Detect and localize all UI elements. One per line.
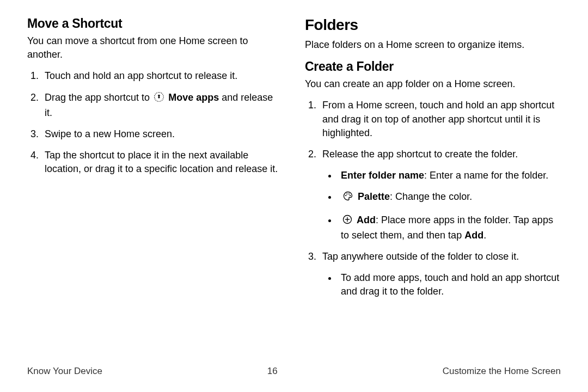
heading-folders: Folders: [305, 16, 561, 34]
create-step-2: Release the app shortcut to create the f…: [319, 148, 561, 242]
footer-right: Customize the Home Screen: [443, 366, 561, 377]
move-shortcut-intro: You can move a shortcut from one Home sc…: [27, 34, 283, 62]
palette-icon: [342, 191, 354, 205]
add-icon: [342, 214, 353, 229]
step-4: Tap the shortcut to place it in the next…: [41, 149, 283, 176]
create-step-3-bullets: To add more apps, touch and hold an app …: [322, 271, 561, 298]
step-2-text-a: Drag the app shortcut to: [45, 92, 152, 103]
left-column: Move a Shortcut You can move a shortcut …: [27, 16, 283, 306]
step-3: Swipe to a new Home screen.: [41, 127, 283, 141]
add-label: Add: [357, 215, 376, 225]
page-content: Move a Shortcut You can move a shortcut …: [0, 0, 588, 339]
footer-page-number: 16: [267, 366, 278, 377]
page-footer: Know Your Device 16 Customize the Home S…: [27, 366, 561, 377]
footer-left: Know Your Device: [27, 366, 102, 377]
heading-move-shortcut: Move a Shortcut: [27, 16, 283, 31]
palette-label: Palette: [358, 191, 390, 202]
svg-point-2: [346, 193, 347, 194]
create-step-2-text: Release the app shortcut to create the f…: [322, 149, 518, 160]
svg-point-1: [345, 195, 346, 196]
folders-intro: Place folders on a Home screen to organi…: [305, 38, 561, 52]
step-2: Drag the app shortcut to Move apps and r…: [41, 91, 283, 120]
add-desc-b: .: [483, 230, 486, 241]
add-desc-bold: Add: [464, 230, 483, 241]
svg-point-3: [348, 193, 350, 194]
create-folder-intro: You can create an app folder on a Home s…: [305, 77, 561, 91]
move-apps-icon: [154, 91, 164, 106]
bullet-add: Add: Place more apps in the folder. Tap …: [338, 213, 561, 242]
step-2-bold: Move apps: [168, 92, 219, 103]
heading-create-folder: Create a Folder: [305, 59, 561, 74]
bullet-add-more: To add more apps, touch and hold an app …: [338, 271, 561, 298]
bullet-palette: Palette: Change the color.: [338, 190, 561, 205]
step-1: Touch and hold an app shortcut to releas…: [41, 69, 283, 83]
create-folder-steps: From a Home screen, touch and hold an ap…: [305, 99, 561, 298]
create-step-3-text: Tap anywhere outside of the folder to cl…: [322, 251, 519, 262]
enter-name-desc: : Enter a name for the folder.: [424, 170, 548, 181]
right-column: Folders Place folders on a Home screen t…: [305, 16, 561, 306]
create-step-1: From a Home screen, touch and hold an ap…: [319, 99, 561, 140]
svg-point-4: [350, 195, 351, 196]
bullet-enter-name: Enter folder name: Enter a name for the …: [338, 169, 561, 182]
create-step-3: Tap anywhere outside of the folder to cl…: [319, 250, 561, 299]
palette-desc: : Change the color.: [390, 191, 472, 202]
enter-name-label: Enter folder name: [341, 170, 424, 181]
create-step-2-bullets: Enter folder name: Enter a name for the …: [322, 169, 561, 242]
move-shortcut-steps: Touch and hold an app shortcut to releas…: [27, 69, 283, 176]
